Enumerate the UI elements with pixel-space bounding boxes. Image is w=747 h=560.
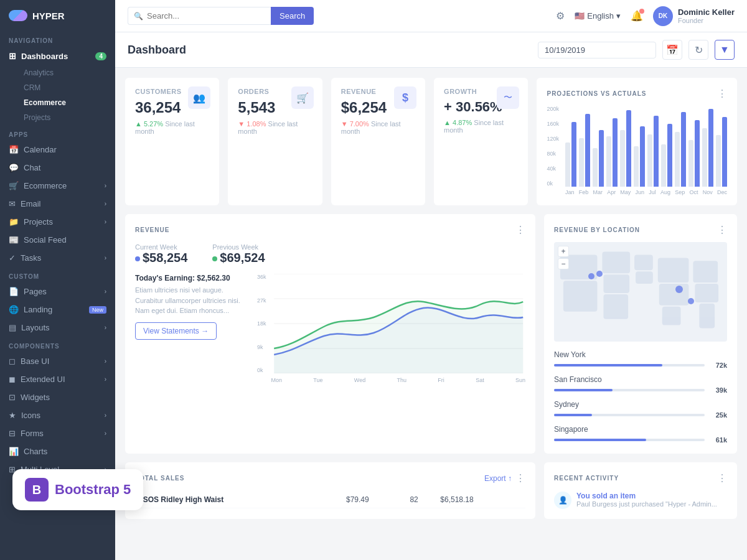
widgets-nav[interactable]: ⊡Widgets: [0, 388, 115, 406]
analytics-subitem[interactable]: Analytics: [0, 65, 115, 80]
icons-nav[interactable]: ★Icons›: [0, 406, 115, 424]
rev-y-axis: 36k 27k 18k 9k 0k: [257, 274, 269, 373]
logo-area: HYPER: [0, 0, 115, 31]
proj-menu-dots[interactable]: ⋮: [717, 88, 727, 100]
proj-bar: [593, 148, 598, 187]
svg-rect-14: [662, 307, 681, 325]
notif-indicator: [639, 9, 644, 14]
view-statements-button[interactable]: View Statements →: [135, 322, 217, 340]
svg-rect-17: [699, 304, 715, 329]
proj-bar: [634, 146, 639, 187]
svg-rect-13: [659, 284, 689, 306]
dashboards-count-badge: 4: [95, 52, 106, 60]
user-details: Dominic Keller Founder: [678, 7, 735, 24]
topbar-search-input[interactable]: [128, 7, 271, 25]
activity-item-desc: Paul Burgess just purchased "Hyper - Adm…: [576, 500, 717, 508]
tasks-chevron-icon: ›: [105, 254, 106, 261]
location-item-sydney: Sydney 25k: [554, 400, 727, 419]
actual-bar: [708, 109, 713, 187]
svg-rect-9: [603, 294, 628, 319]
months-row: JanFebMarAprMayJunJulAugSepOctNovDec: [565, 189, 727, 195]
dashboard-title: Dashboard: [128, 44, 532, 57]
topbar-search-button[interactable]: Search: [271, 7, 314, 25]
map-dot-singapore: [675, 286, 683, 293]
ecommerce-nav[interactable]: 🛒Ecommerce›: [0, 177, 115, 195]
earning-info: Today's Earning: $2,562.30 Etiam ultrici…: [135, 274, 247, 386]
pages-nav[interactable]: 📄Pages›: [0, 282, 115, 301]
tasks-nav[interactable]: ✓Tasks›: [0, 249, 115, 267]
bottom-row: TOTAL SALES Export ↑ ⋮ ASOS Ridley High …: [125, 462, 737, 519]
actual-bar: [695, 120, 700, 187]
current-week-label: Current Week: [135, 243, 187, 251]
zoom-in-button[interactable]: +: [558, 246, 569, 257]
filter-page-button[interactable]: ▼: [715, 40, 735, 60]
newyork-bar-bg: [554, 364, 705, 366]
social-nav[interactable]: 📰Social Feed: [0, 231, 115, 249]
bar-group: [716, 117, 727, 187]
chart-y-right: 36k 27k 18k 9k 0k: [257, 274, 525, 386]
growth-card-icon: 〜: [497, 86, 519, 109]
ecommerce-subitem[interactable]: Ecommerce: [0, 95, 115, 110]
landing-nav[interactable]: 🌐Landing New: [0, 301, 115, 319]
svg-rect-10: [634, 254, 653, 270]
product-total-cell: $6,518.18: [438, 492, 525, 508]
activity-menu-dots[interactable]: ⋮: [717, 472, 727, 484]
refresh-page-button[interactable]: ↻: [688, 40, 708, 60]
bell-wrap[interactable]: 🔔: [631, 10, 643, 22]
world-map: + −: [554, 242, 727, 342]
chat-nav[interactable]: 💬Chat: [0, 159, 115, 177]
calendar-nav[interactable]: 📅Calendar: [0, 141, 115, 159]
revenue-menu-dots[interactable]: ⋮: [515, 224, 525, 236]
charts-nav[interactable]: 📊Charts: [0, 442, 115, 460]
social-nav-icon: 📰: [9, 235, 19, 245]
sf-bar-bg: [554, 389, 705, 391]
pages-chevron-icon: ›: [105, 288, 106, 295]
app-name-full: HYPER: [32, 11, 65, 21]
forms-nav-icon: ⊟: [9, 429, 16, 438]
layouts-nav-icon: ▤: [9, 323, 16, 332]
layouts-nav[interactable]: ▤Layouts›: [0, 319, 115, 337]
lang-selector[interactable]: 🇺🇸 English ▾: [575, 11, 621, 21]
product-qty-cell: 82: [407, 492, 438, 508]
icons-chevron-icon: ›: [105, 412, 106, 419]
extended-ui-nav[interactable]: ◼Extended UI›: [0, 370, 115, 388]
projects-nav[interactable]: 📁Projects›: [0, 213, 115, 231]
proj-header: PROJECTIONS VS ACTUALS ⋮: [547, 88, 727, 100]
dashboards-nav-item[interactable]: ⊞ Dashboards 4: [0, 47, 115, 65]
cal-icon: 📅: [9, 145, 19, 154]
singapore-label: Singapore: [554, 425, 727, 434]
email-nav[interactable]: ✉Email›: [0, 195, 115, 213]
lang-text: English: [587, 11, 614, 21]
crm-subitem[interactable]: CRM: [0, 80, 115, 95]
actual-bar: [585, 114, 590, 187]
actual-bar: [626, 110, 631, 187]
zoom-out-button[interactable]: −: [558, 258, 569, 269]
location-menu-dots[interactable]: ⋮: [717, 224, 727, 236]
landing-nav-icon: 🌐: [9, 305, 19, 314]
actual-bar: [640, 126, 645, 187]
newyork-label: New York: [554, 350, 727, 359]
projects-subitem[interactable]: Projects: [0, 110, 115, 125]
current-week-value: $58,254: [135, 251, 187, 265]
bar-group: [593, 130, 604, 187]
map-dot-newyork: [588, 273, 594, 279]
bootstrap-b-icon: B: [25, 478, 49, 502]
forms-chevron-icon: ›: [105, 430, 106, 437]
sydney-label: Sydney: [554, 400, 727, 409]
proj-bar: [579, 138, 584, 187]
base-ui-nav[interactable]: ◻Base UI›: [0, 352, 115, 370]
dashboards-nav-icon: ⊞: [9, 51, 16, 61]
growth-card-change: ▲ 4.87% Since last month: [444, 119, 518, 134]
sydney-value: 25k: [710, 411, 727, 419]
gear-icon[interactable]: ⚙: [556, 10, 565, 22]
bar-group: [661, 124, 672, 187]
actual-bar: [654, 116, 659, 187]
proj-bar: [716, 135, 721, 187]
weekly-stats: Current Week $58,254 Previous Week $69,5…: [135, 243, 525, 265]
calendar-button[interactable]: 📅: [662, 40, 682, 60]
sales-menu-dots[interactable]: ⋮: [515, 472, 525, 484]
forms-nav[interactable]: ⊟Forms›: [0, 424, 115, 442]
date-picker-input[interactable]: [538, 42, 656, 58]
revenue-chart-header: REVENUE ⋮: [135, 224, 525, 236]
export-button[interactable]: Export ↑: [484, 474, 512, 483]
